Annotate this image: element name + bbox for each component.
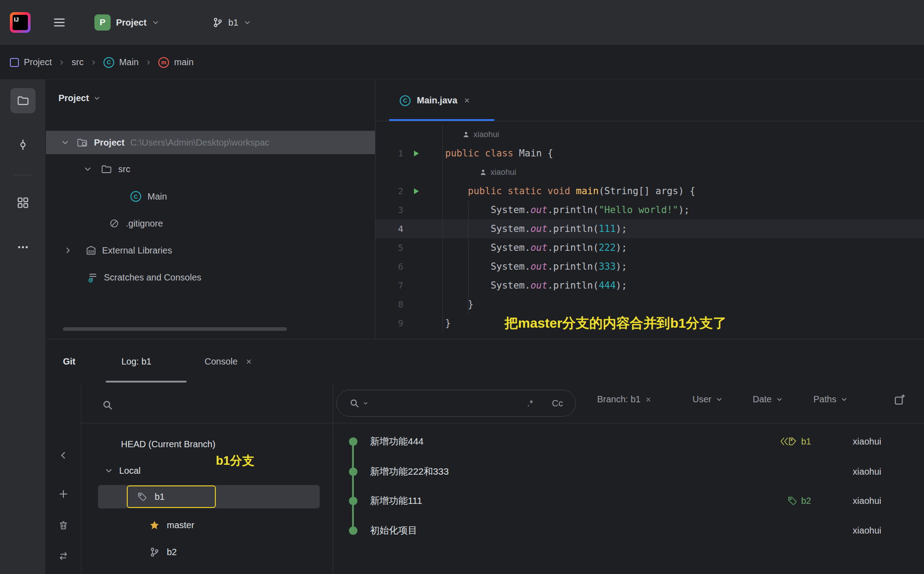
code-token: [445, 182, 468, 200]
clear-filter-icon[interactable]: [645, 396, 652, 403]
breadcrumb-project[interactable]: Project: [10, 57, 52, 67]
branches-panel: HEAD (Current Branch) b1分支 Local b1 mast…: [81, 383, 333, 574]
commit-row[interactable]: 新增功能222和333 xiaohui: [342, 457, 881, 486]
branch-filter[interactable]: Branch: b1: [597, 394, 652, 405]
project-widget[interactable]: P Project: [94, 14, 159, 31]
git-branch-icon: [149, 547, 160, 557]
author-inlay-row[interactable]: xiaohui: [375, 163, 924, 182]
code-area[interactable]: xiaohui1public class Main { xiaohui2 pub…: [375, 121, 924, 333]
new-log-tab-icon[interactable]: [894, 394, 906, 406]
tree-row-external-libraries[interactable]: External Libraries: [46, 239, 375, 262]
divider: [81, 423, 924, 423]
chevron-down-icon: [776, 396, 783, 403]
project-tool-icon[interactable]: [10, 88, 36, 113]
class-icon: C: [130, 191, 141, 202]
code-token: out: [531, 219, 548, 238]
code-token: );: [616, 238, 627, 257]
code-line-3[interactable]: 3 System.out.println("Hello world!");: [375, 200, 924, 219]
code-token: System.: [445, 238, 531, 257]
chevron-right-icon: [58, 59, 65, 66]
run-icon[interactable]: [403, 187, 429, 196]
chevron-down-icon: [244, 19, 251, 26]
commit-message: 新增功能222和333: [370, 465, 449, 478]
run-icon[interactable]: [403, 149, 429, 158]
branch-row-head[interactable]: HEAD (Current Branch): [81, 432, 333, 456]
tab-console[interactable]: Console: [205, 339, 252, 383]
date-filter[interactable]: Date: [753, 394, 783, 405]
commit-refs[interactable]: b1: [779, 436, 811, 447]
chevron-right-icon: [64, 246, 72, 254]
gutter: 9: [375, 314, 443, 333]
tree-row-main-class[interactable]: C Main: [46, 185, 375, 208]
intellij-window: IJ P Project b1 Project src C Main m: [0, 0, 924, 574]
match-case-toggle[interactable]: Cc: [552, 398, 563, 409]
intellij-logo: IJ: [10, 12, 31, 33]
editor-tab-bar: C Main.java: [375, 80, 924, 121]
tab-label: Console: [205, 356, 237, 367]
code-line-9[interactable]: 9}把master分支的内容合并到b1分支了: [375, 314, 924, 333]
project-panel-header[interactable]: Project: [58, 93, 100, 103]
close-icon[interactable]: [464, 97, 470, 104]
branch-group-local[interactable]: Local: [81, 459, 333, 482]
more-tools-icon[interactable]: [10, 235, 36, 260]
breadcrumb-main-class[interactable]: C Main: [103, 57, 138, 68]
structure-tool-icon[interactable]: [10, 190, 36, 215]
tree-label: src: [118, 164, 130, 174]
search-icon[interactable]: [102, 400, 113, 410]
git-tool-window: Git Log: b1 Console HEAD (Current Branch…: [46, 339, 924, 574]
commit-author: xiaohui: [818, 436, 881, 447]
close-icon[interactable]: [246, 358, 252, 365]
code-line-8[interactable]: 8 }: [375, 295, 924, 314]
horizontal-scrollbar[interactable]: [63, 327, 287, 331]
editor-tab-main-java[interactable]: C Main.java: [379, 80, 484, 121]
commit-row[interactable]: 初始化项目 xiaohui: [342, 516, 881, 545]
code-line-4[interactable]: 4 System.out.println(111);: [375, 219, 924, 238]
commit-row[interactable]: 新增功能444 b1 xiaohui: [342, 427, 881, 456]
tab-log-b1[interactable]: Log: b1: [121, 339, 152, 383]
active-tab-indicator: [389, 119, 495, 121]
author-inlay-row[interactable]: xiaohui: [375, 125, 924, 144]
gutter: [375, 125, 443, 144]
tree-row-project-root[interactable]: Project C:\Users\Admin\Desktop\workspac: [46, 131, 375, 154]
code-line-1[interactable]: 1public class Main {: [375, 144, 924, 163]
code-token: 333: [598, 257, 616, 276]
hide-panel-icon[interactable]: [55, 447, 71, 463]
panel-title: Project: [58, 93, 89, 103]
regex-toggle[interactable]: .*: [527, 398, 533, 409]
paths-filter[interactable]: Paths: [813, 394, 848, 405]
code-line-7[interactable]: 7 System.out.println(444);: [375, 276, 924, 295]
code-text: xiaohui: [443, 163, 516, 182]
commit-tool-icon[interactable]: [10, 132, 36, 157]
code-line-2[interactable]: 2 public static void main(String[] args)…: [375, 182, 924, 200]
vcs-branch-widget[interactable]: b1: [212, 17, 251, 28]
new-branch-icon[interactable]: [55, 486, 71, 502]
chevron-down-icon[interactable]: [363, 400, 368, 406]
breadcrumb-label: main: [174, 57, 193, 67]
branch-row-b1[interactable]: b1: [98, 485, 320, 508]
editor[interactable]: C Main.java xiaohui1public class Main { …: [375, 80, 924, 339]
breadcrumb-src[interactable]: src: [71, 57, 84, 67]
breadcrumb-main-method[interactable]: m main: [158, 57, 193, 68]
tree-row-gitignore[interactable]: .gitignore: [46, 212, 375, 235]
author-inlay[interactable]: xiaohui: [491, 163, 516, 182]
scratches-icon: [87, 272, 98, 283]
group-label: Local: [119, 466, 141, 476]
commit-message: 初始化项目: [370, 524, 417, 537]
tree-row-scratches[interactable]: Scratches and Consoles: [46, 266, 375, 289]
code-line-6[interactable]: 6 System.out.println(333);: [375, 257, 924, 276]
code-token: }: [445, 295, 473, 314]
branch-row-b2[interactable]: b2: [81, 540, 333, 564]
log-search-field[interactable]: .* Cc: [336, 390, 576, 417]
main-toolbar: IJ P Project b1: [0, 0, 924, 45]
author-inlay[interactable]: xiaohui: [473, 125, 499, 144]
delete-icon[interactable]: [55, 517, 71, 534]
commit-refs[interactable]: b2: [787, 496, 811, 506]
commit-row[interactable]: 新增功能111 b2 xiaohui: [342, 486, 881, 516]
user-filter[interactable]: User: [692, 394, 723, 405]
compare-icon[interactable]: [55, 548, 71, 564]
code-line-5[interactable]: 5 System.out.println(222);: [375, 238, 924, 257]
branch-row-master[interactable]: master: [81, 513, 333, 537]
hamburger-menu-icon[interactable]: [49, 13, 69, 32]
tree-row-src[interactable]: src: [46, 157, 375, 181]
tree-label: External Libraries: [102, 245, 172, 256]
